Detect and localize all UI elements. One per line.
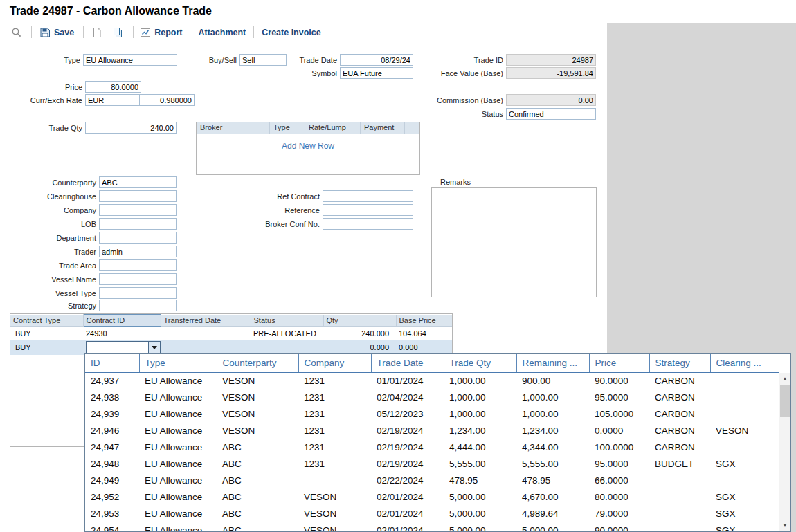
scroll-down-icon[interactable]: ▼ bbox=[779, 520, 790, 531]
cell: 4,670.00 bbox=[516, 488, 589, 505]
dropdown-row[interactable]: 24,954EU AllowanceABCVESON02/01/20245,00… bbox=[85, 522, 779, 532]
cell: ABC bbox=[217, 488, 298, 505]
dropdown-scrollbar[interactable]: ▲ ▼ bbox=[779, 373, 790, 531]
price-input[interactable] bbox=[85, 81, 141, 93]
column-header[interactable]: Price bbox=[589, 354, 649, 372]
cell: 02/01/2024 bbox=[371, 488, 444, 505]
exch-rate-input[interactable] bbox=[139, 94, 195, 106]
cell: CARBON bbox=[649, 422, 710, 439]
dropdown-row[interactable]: 24,947EU AllowanceABC123102/19/20244,444… bbox=[85, 439, 779, 455]
vessel-type-input[interactable] bbox=[99, 287, 177, 299]
column-header[interactable]: Counterparty bbox=[217, 354, 298, 372]
buy-sell-label: Buy/Sell bbox=[187, 55, 237, 65]
remarks-label: Remarks bbox=[440, 177, 496, 187]
save-button[interactable]: Save bbox=[39, 27, 74, 38]
dropdown-row[interactable]: 24,949EU AllowanceABC02/22/2024478.95478… bbox=[85, 472, 779, 488]
counterparty-input[interactable] bbox=[99, 176, 177, 188]
cell: VESON bbox=[298, 522, 371, 532]
column-header[interactable]: Base Price bbox=[396, 315, 452, 327]
contract-id-combo-input[interactable] bbox=[87, 342, 148, 354]
search-icon[interactable] bbox=[11, 27, 22, 38]
cell bbox=[649, 472, 710, 488]
contract-row[interactable]: BUY 24930 PRE-ALLOCATED 240.000 104.064 bbox=[10, 327, 452, 340]
dropdown-row[interactable]: 24,948EU AllowanceABC123102/19/20245,555… bbox=[85, 455, 779, 472]
dropdown-row[interactable]: 24,953EU AllowanceABCVESON02/01/20245,00… bbox=[85, 505, 779, 522]
combobox-dropdown-button[interactable] bbox=[148, 342, 160, 354]
add-new-row-link[interactable]: Add New Row bbox=[197, 141, 419, 151]
cell: BUDGET bbox=[649, 455, 710, 472]
column-header[interactable]: Type bbox=[139, 354, 217, 372]
contract-type-cell: BUY bbox=[10, 340, 83, 355]
reference-label: Reference bbox=[242, 205, 320, 215]
dropdown-row[interactable]: 24,952EU AllowanceABCVESON02/01/20245,00… bbox=[85, 488, 779, 505]
trade-date-label: Trade Date bbox=[287, 55, 337, 65]
status-input[interactable] bbox=[506, 108, 596, 120]
trade-qty-input[interactable] bbox=[85, 122, 177, 134]
column-header[interactable]: Contract Type bbox=[10, 315, 83, 327]
symbol-input[interactable] bbox=[340, 67, 413, 79]
cell: ABC bbox=[217, 472, 298, 488]
cell: EU Allowance bbox=[139, 522, 217, 532]
department-input[interactable] bbox=[99, 232, 177, 244]
cell: 02/22/2024 bbox=[371, 472, 444, 488]
cell: ABC bbox=[217, 505, 298, 522]
ref-contract-input[interactable] bbox=[323, 190, 413, 202]
cell: EU Allowance bbox=[139, 372, 217, 389]
company-input[interactable] bbox=[99, 204, 177, 216]
clearinghouse-input[interactable] bbox=[99, 190, 177, 202]
column-header[interactable]: ID bbox=[85, 354, 139, 372]
column-header[interactable]: Trade Date bbox=[371, 354, 444, 372]
report-button[interactable]: Report bbox=[140, 27, 182, 38]
cell: VESON bbox=[217, 405, 298, 422]
cell: VESON bbox=[710, 422, 779, 439]
type-input[interactable] bbox=[83, 54, 177, 66]
dropdown-row[interactable]: 24,937EU AllowanceVESON123101/01/20241,0… bbox=[85, 372, 779, 389]
contract-id-combobox[interactable] bbox=[86, 341, 161, 354]
reference-input[interactable] bbox=[323, 204, 413, 216]
dropdown-row[interactable]: 24,938EU AllowanceVESON123102/04/20241,0… bbox=[85, 389, 779, 405]
column-header[interactable]: Contract ID bbox=[83, 315, 161, 327]
lob-input[interactable] bbox=[99, 218, 177, 230]
cell: 5,000.00 bbox=[444, 505, 516, 522]
create-invoice-button[interactable]: Create Invoice bbox=[262, 28, 320, 37]
curr-exch-rate-label: Curr/Exch Rate bbox=[17, 95, 82, 105]
scroll-up-icon[interactable]: ▲ bbox=[779, 373, 790, 385]
column-header[interactable]: Clearing ... bbox=[710, 354, 779, 372]
remarks-textarea[interactable] bbox=[431, 187, 597, 297]
vessel-name-input[interactable] bbox=[99, 273, 177, 285]
broker-conf-no-input[interactable] bbox=[323, 218, 413, 230]
cell bbox=[649, 522, 710, 532]
cell: 5,000.00 bbox=[516, 522, 589, 532]
note-icon[interactable] bbox=[91, 27, 102, 38]
cell bbox=[710, 405, 779, 422]
cell bbox=[710, 389, 779, 405]
cell: 02/19/2024 bbox=[371, 422, 444, 439]
column-header[interactable]: Remaining ... bbox=[516, 354, 589, 372]
buy-sell-input[interactable] bbox=[239, 54, 287, 66]
column-header[interactable]: Company bbox=[298, 354, 371, 372]
contracts-header-row: Contract TypeContract IDTransferred Date… bbox=[10, 315, 452, 327]
cell: SGX bbox=[710, 488, 779, 505]
column-header[interactable]: Trade Qty bbox=[444, 354, 516, 372]
column-header[interactable]: Status bbox=[251, 315, 323, 327]
trader-input[interactable] bbox=[99, 246, 177, 257]
strategy-input[interactable] bbox=[99, 300, 177, 311]
dropdown-row[interactable]: 24,946EU AllowanceVESON123102/19/20241,2… bbox=[85, 422, 779, 439]
trade-date-input[interactable] bbox=[340, 54, 413, 66]
column-header[interactable]: Qty bbox=[323, 315, 396, 327]
column-header[interactable]: Strategy bbox=[649, 354, 710, 372]
cell: 02/19/2024 bbox=[371, 455, 444, 472]
scrollbar-thumb[interactable] bbox=[780, 385, 790, 417]
cell bbox=[649, 488, 710, 505]
column-header[interactable]: Transferred Date bbox=[161, 315, 251, 327]
cell: 1,000.00 bbox=[516, 389, 589, 405]
cell: VESON bbox=[298, 505, 371, 522]
dropdown-row[interactable]: 24,939EU AllowanceVESON123105/12/20231,0… bbox=[85, 405, 779, 422]
cell bbox=[649, 505, 710, 522]
attachment-button[interactable]: Attachment bbox=[198, 28, 246, 37]
cell: CARBON bbox=[649, 372, 710, 389]
currency-input[interactable] bbox=[85, 94, 140, 106]
copy-icon[interactable] bbox=[112, 27, 123, 38]
face-value-field bbox=[506, 67, 596, 79]
trade-area-input[interactable] bbox=[99, 259, 177, 271]
